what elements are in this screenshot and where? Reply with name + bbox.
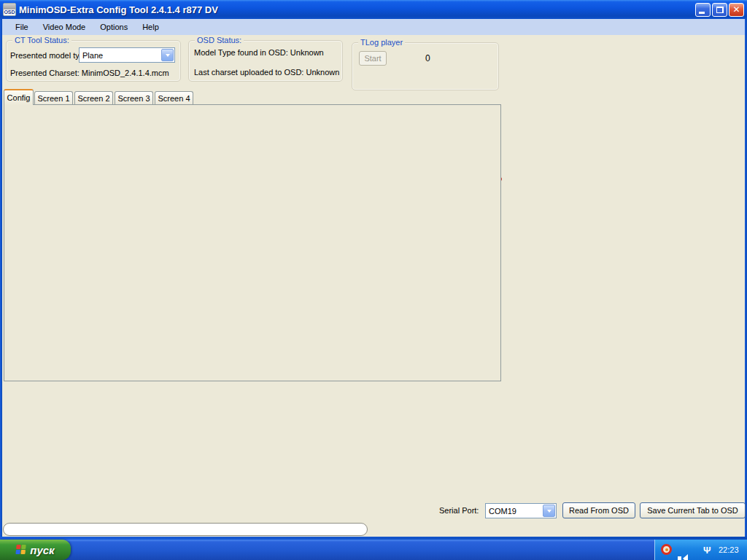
menu-options[interactable]: Options [93, 21, 135, 33]
save-current-tab-button[interactable]: Save Current Tab to OSD [640, 502, 746, 518]
minimize-button[interactable] [695, 3, 711, 17]
serial-port-combo[interactable]: COM19 [485, 503, 557, 518]
config-tab-page [4, 104, 501, 381]
ct-tool-status-title: CT Tool Status: [12, 36, 71, 44]
osd-status-title: OSD Status: [195, 36, 244, 44]
tab-screen1[interactable]: Screen 1 [34, 91, 73, 104]
tab-screen3[interactable]: Screen 3 [115, 91, 153, 104]
serial-port-label: Serial Port: [439, 506, 479, 515]
menu-help[interactable]: Help [135, 21, 166, 33]
tlog-player-title: TLog player [358, 38, 405, 47]
tab-screen4[interactable]: Screen 4 [155, 91, 193, 104]
menu-video-mode[interactable]: Video Mode [36, 21, 93, 33]
start-button-label: пуск [30, 544, 54, 556]
tlog-start-button[interactable]: Start [359, 51, 387, 66]
window-frame-left [0, 19, 2, 540]
osd-status-line2: Last charset uploaded to OSD: Unknown [194, 68, 339, 77]
menu-file[interactable]: File [8, 21, 36, 33]
osd-status-line1: Model Type found in OSD: Unknown [194, 48, 324, 57]
chevron-down-icon[interactable] [161, 49, 174, 61]
tab-config[interactable]: Config [4, 89, 34, 105]
app-icon: OSD [3, 3, 16, 16]
progress-bar [3, 523, 368, 536]
tray-usb-icon[interactable]: Ψ [703, 545, 711, 556]
taskbar-clock: 22:23 [719, 545, 739, 554]
windows-flag-icon [16, 545, 27, 555]
close-icon: ✕ [732, 5, 740, 14]
chevron-down-icon[interactable] [543, 505, 555, 517]
charset-label: Presented Charset: MinimOSD_2.4.1.4.mcm [10, 69, 169, 77]
restore-button[interactable] [712, 3, 727, 17]
start-button[interactable]: пуск [0, 540, 71, 560]
tray-recorder-icon[interactable] [661, 544, 672, 555]
tab-screen2[interactable]: Screen 2 [74, 91, 113, 104]
app-window: OSD MinimOSD-Extra Config Tool 2.4.1.4 r… [0, 0, 747, 560]
tlog-counter: 0 [425, 53, 430, 63]
read-from-osd-button[interactable]: Read From OSD [562, 502, 635, 518]
tlog-player-group: TLog player [352, 42, 499, 90]
window-title: MinimOSD-Extra Config Tool 2.4.1.4 r877 … [19, 4, 694, 15]
model-type-combo[interactable]: Plane [79, 47, 175, 63]
taskbar: пуск devCad » С высоты | Форум | ... OSD… [0, 540, 747, 560]
title-bar: OSD MinimOSD-Extra Config Tool 2.4.1.4 r… [0, 0, 747, 19]
close-button[interactable]: ✕ [729, 3, 744, 17]
menu-bar: File Video Mode Options Help [2, 19, 745, 35]
tray-volume-icon[interactable] [678, 556, 681, 560]
